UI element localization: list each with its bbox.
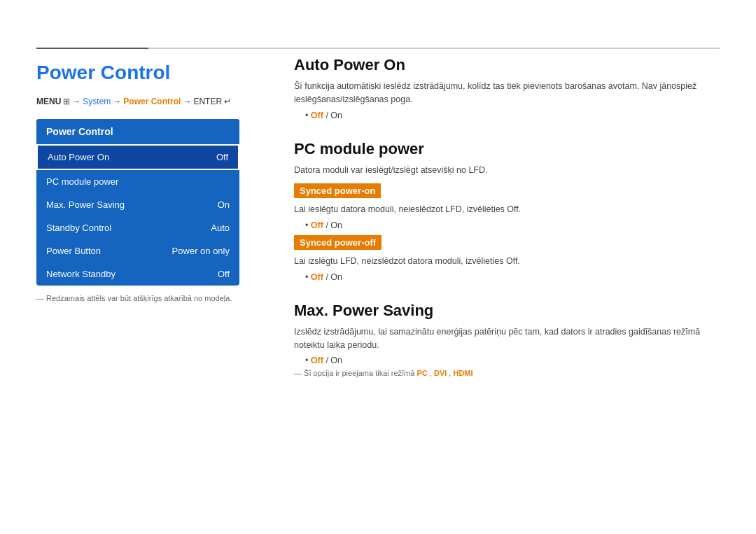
synced-power-on-badge: Synced power-on bbox=[294, 183, 381, 198]
menu-item-label: Auto Power On bbox=[48, 152, 109, 162]
left-panel: Power Control MENU ⊞ → System → Power Co… bbox=[36, 56, 253, 302]
menu-item-value: Off bbox=[218, 269, 230, 279]
auto-power-on-desc: Šī funkcija automātiski ieslēdz izstrādā… bbox=[294, 80, 720, 106]
breadcrumb-arrow1: → bbox=[72, 97, 80, 106]
max-saving-off: Off bbox=[311, 356, 323, 365]
synced-power-off-badge: Synced power-off bbox=[294, 235, 382, 250]
synced-off-on: On bbox=[330, 272, 342, 282]
section-max-power-saving: Max. Power Saving Izslēdz izstrādājumu, … bbox=[294, 302, 720, 378]
menu-item-network-standby[interactable]: Network Standby Off bbox=[36, 262, 239, 286]
top-divider bbox=[36, 48, 720, 49]
pc-module-power-desc: Datora moduli var ieslēgt/izslēgt atsevi… bbox=[294, 164, 720, 177]
max-power-saving-desc: Izslēdz izstrādājumu, lai samazinātu ene… bbox=[294, 325, 720, 352]
synced-on-on: On bbox=[330, 220, 342, 230]
breadcrumb-arrow3: → bbox=[183, 97, 191, 106]
auto-power-on-off: Off bbox=[311, 111, 323, 120]
menu-item-label: Power Button bbox=[46, 246, 101, 256]
synced-power-off-block: Synced power-off Lai izslēgtu LFD, neizs… bbox=[294, 232, 720, 282]
section-auto-power-on: Auto Power On Šī funkcija automātiski ie… bbox=[294, 56, 720, 120]
breadcrumb: MENU ⊞ → System → Power Control → ENTER … bbox=[36, 97, 253, 106]
enter-icon-symbol: ↵ bbox=[224, 97, 231, 106]
breadcrumb-icon: ⊞ bbox=[63, 97, 70, 106]
max-power-saving-title: Max. Power Saving bbox=[294, 302, 720, 320]
menu-item-power-button[interactable]: Power Button Power on only bbox=[36, 239, 239, 262]
auto-power-on-on: On bbox=[330, 111, 342, 120]
menu-item-pc-module-power[interactable]: PC module power bbox=[36, 170, 239, 193]
menu-item-value: Power on only bbox=[172, 246, 230, 256]
breadcrumb-enter: ENTER bbox=[193, 97, 222, 106]
max-power-saving-bullet: Off / On bbox=[305, 356, 720, 365]
footnote-dvi: DVI bbox=[434, 369, 447, 377]
menu-item-value: Off bbox=[216, 152, 228, 162]
menu-item-value: On bbox=[218, 199, 230, 210]
pc-module-power-title: PC module power bbox=[294, 140, 720, 158]
right-panel: Auto Power On Šī funkcija automātiski ie… bbox=[294, 56, 720, 397]
max-saving-on: On bbox=[330, 356, 342, 365]
synced-on-off: Off bbox=[311, 220, 323, 230]
breadcrumb-menu: MENU bbox=[36, 97, 61, 106]
menu-item-label: Standby Control bbox=[46, 223, 111, 233]
breadcrumb-arrow2: → bbox=[113, 97, 121, 106]
synced-power-on-desc: Lai ieslēgtu datora moduli, neieslēdzot … bbox=[294, 203, 720, 216]
menu-item-value: Auto bbox=[211, 223, 230, 233]
left-footnote: Redzamais attēls var būt atšķirīgs atkar… bbox=[36, 294, 253, 302]
section-pc-module-power: PC module power Datora moduli var ieslēg… bbox=[294, 140, 720, 282]
footnote-pc: PC bbox=[416, 369, 427, 377]
synced-off-off: Off bbox=[311, 272, 323, 282]
max-power-saving-footnote: Šī opcija ir pieejama tikai režīmā PC , … bbox=[294, 369, 720, 377]
menu-box: Power Control Auto Power On Off PC modul… bbox=[36, 119, 239, 286]
breadcrumb-power-control[interactable]: Power Control bbox=[123, 97, 181, 106]
synced-power-off-bullet: Off / On bbox=[305, 272, 720, 282]
auto-power-on-title: Auto Power On bbox=[294, 56, 720, 74]
menu-item-max-power-saving[interactable]: Max. Power Saving On bbox=[36, 193, 239, 216]
menu-item-auto-power-on[interactable]: Auto Power On Off bbox=[36, 144, 239, 170]
breadcrumb-system[interactable]: System bbox=[83, 97, 111, 106]
synced-power-on-bullet: Off / On bbox=[305, 220, 720, 230]
synced-power-on-block: Synced power-on Lai ieslēgtu datora modu… bbox=[294, 181, 720, 230]
menu-item-label: Max. Power Saving bbox=[46, 199, 125, 210]
auto-power-on-bullet: Off / On bbox=[305, 111, 720, 120]
menu-item-label: Network Standby bbox=[46, 269, 115, 279]
menu-item-standby-control[interactable]: Standby Control Auto bbox=[36, 216, 239, 239]
menu-header: Power Control bbox=[36, 119, 239, 144]
page-title: Power Control bbox=[36, 62, 253, 84]
menu-item-label: PC module power bbox=[46, 176, 118, 187]
synced-power-off-desc: Lai izslēgtu LFD, neizslēdzot datora mod… bbox=[294, 255, 720, 268]
footnote-hdmi: HDMI bbox=[453, 369, 472, 377]
footnote-text-before: Šī opcija ir pieejama tikai režīmā bbox=[304, 369, 416, 377]
